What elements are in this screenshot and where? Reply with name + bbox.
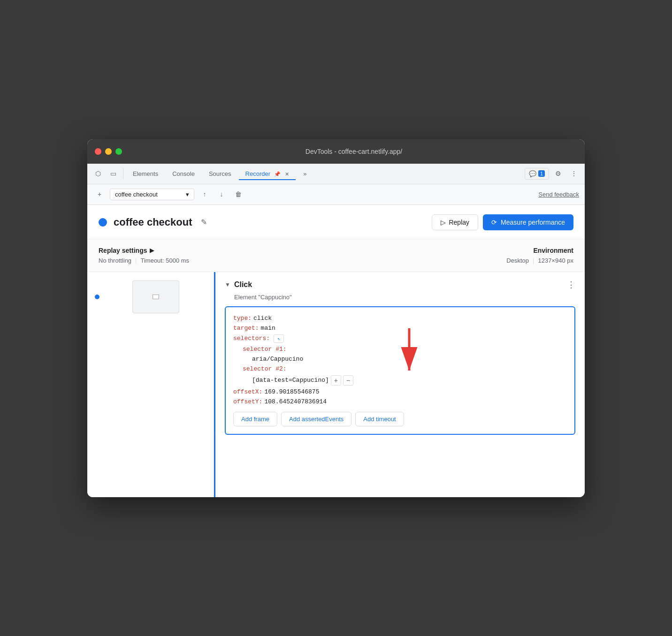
add-frame-button[interactable]: Add frame	[233, 412, 277, 426]
tab-recorder[interactable]: Recorder 📌 ✕	[239, 167, 296, 180]
code-line-selector2-val: [data-test=Cappucino] + −	[252, 375, 567, 386]
export-button[interactable]: ↑	[198, 188, 211, 201]
step-more-button[interactable]: ⋮	[567, 280, 575, 290]
code-line-offsetX: offsetX: 169.90185546875	[233, 388, 567, 395]
chat-icon: 💬	[529, 170, 536, 177]
more-icon[interactable]: ⋮	[567, 167, 581, 181]
step-element-label: Element "Cappucino"	[225, 294, 575, 301]
tab-sources[interactable]: Sources	[202, 167, 238, 180]
remove-selector-button[interactable]: −	[343, 375, 353, 386]
settings-icon[interactable]: ⚙	[551, 167, 565, 181]
replay-button[interactable]: ▷ Replay	[432, 214, 478, 230]
env-desktop: Desktop	[506, 257, 529, 264]
code-val-target: main	[261, 325, 275, 332]
recording-selector[interactable]: coffee checkout ▾	[110, 189, 194, 200]
steps-sidebar	[87, 272, 214, 497]
devtools-window: DevTools - coffee-cart.netlify.app/ ⬡ ▭ …	[87, 139, 585, 497]
tab-console[interactable]: Console	[166, 167, 201, 180]
window-title: DevTools - coffee-cart.netlify.app/	[130, 148, 577, 155]
code-key-offsetX: offsetX:	[233, 388, 262, 395]
code-line-offsetY: offsetY: 108.6452407836914	[233, 398, 567, 405]
minimize-button[interactable]	[105, 148, 112, 155]
environment-group: Environment Desktop | 1237×940 px	[506, 247, 573, 264]
step-thumbnail	[132, 280, 179, 313]
step-header: ▼ Click ⋮	[225, 280, 575, 290]
replay-settings-label[interactable]: Replay settings ▶	[99, 247, 189, 254]
code-key-selector1: selector #1:	[243, 346, 287, 353]
env-resolution: 1237×940 px	[538, 257, 573, 264]
tab-divider	[123, 168, 123, 179]
add-timeout-button[interactable]: Add timeout	[355, 412, 404, 426]
code-line-type: type: click	[233, 315, 567, 322]
cursor-icon[interactable]: ⬡	[91, 167, 105, 181]
code-line-selector1: selector #1:	[243, 346, 567, 353]
recording-header: coffee checkout ✎ ▷ Replay ⟳ Measure per…	[87, 205, 585, 239]
recording-title: coffee checkout	[114, 216, 192, 228]
delete-button[interactable]: 🗑	[232, 188, 245, 201]
tab-elements[interactable]: Elements	[126, 167, 165, 180]
environment-values: Desktop | 1237×940 px	[506, 257, 573, 264]
replay-settings-group: Replay settings ▶ No throttling | Timeou…	[99, 247, 189, 264]
step-indicator	[95, 295, 99, 299]
code-line-selector2: selector #2:	[243, 365, 567, 372]
env-separator: |	[533, 257, 534, 264]
device-icon[interactable]: ▭	[106, 167, 120, 181]
code-key-selector2: selector #2:	[243, 365, 287, 372]
tab-right-buttons: 💬 1 ⚙ ⋮	[525, 167, 581, 181]
edit-icon[interactable]: ✎	[201, 218, 207, 227]
titlebar: DevTools - coffee-cart.netlify.app/	[87, 139, 585, 164]
code-val-type: click	[253, 315, 272, 322]
badge-count: 1	[538, 170, 545, 177]
sidebar-step-item	[87, 276, 214, 318]
environment-label: Environment	[506, 247, 573, 254]
header-actions: ▷ Replay ⟳ Measure performance	[432, 214, 573, 230]
step-type-label: Click	[234, 280, 252, 289]
settings-section: Replay settings ▶ No throttling | Timeou…	[87, 239, 585, 272]
step-collapse-icon[interactable]: ▼	[225, 281, 230, 288]
tab-close-icon[interactable]: ✕	[285, 171, 289, 177]
add-selector-button[interactable]: +	[331, 375, 341, 386]
measure-icon: ⟳	[491, 219, 497, 226]
code-line-selector1-val: aria/Cappucino	[252, 356, 567, 363]
code-key-target: target:	[233, 325, 259, 332]
tack-icon: 📌	[274, 171, 281, 177]
code-val-offsetX: 169.90185546875	[264, 388, 319, 395]
code-val-selector1: aria/Cappucino	[252, 356, 303, 363]
tab-more[interactable]: »	[297, 167, 313, 180]
settings-arrow-icon: ▶	[150, 247, 154, 254]
step-code-block: type: click target: main selectors: ↖ se…	[225, 306, 575, 435]
code-line-selectors: selectors: ↖	[233, 334, 567, 343]
step-thumbnail-inner	[153, 295, 159, 299]
throttling-value: No throttling	[99, 257, 131, 264]
tabbar: ⬡ ▭ Elements Console Sources Recorder 📌 …	[87, 164, 585, 184]
code-val-selector2: [data-test=Cappucino]	[252, 377, 329, 384]
recording-selector-name: coffee checkout	[115, 191, 158, 198]
code-key-selectors: selectors:	[233, 335, 270, 342]
settings-separator: |	[135, 257, 137, 264]
dropdown-icon: ▾	[186, 191, 189, 198]
code-val-offsetY: 108.6452407836914	[264, 398, 327, 405]
timeout-value: Timeout: 5000 ms	[140, 257, 189, 264]
code-footer-buttons: Add frame Add assertedEvents Add timeout	[233, 412, 567, 426]
toolbar: + coffee checkout ▾ ↑ ↓ 🗑 Send feedback	[87, 184, 585, 205]
steps-area: ▼ Click ⋮ Element "Cappucino" type: clic…	[87, 272, 585, 497]
add-asserted-events-button[interactable]: Add assertedEvents	[281, 412, 351, 426]
send-feedback-link[interactable]: Send feedback	[538, 191, 579, 198]
recording-dot	[99, 218, 107, 227]
code-key-type: type:	[233, 315, 252, 322]
selector-cursor-icon[interactable]: ↖	[274, 334, 284, 343]
play-icon: ▷	[441, 219, 446, 226]
maximize-button[interactable]	[115, 148, 122, 155]
import-button[interactable]: ↓	[215, 188, 228, 201]
measure-performance-button[interactable]: ⟳ Measure performance	[483, 214, 573, 230]
main-content: coffee checkout ✎ ▷ Replay ⟳ Measure per…	[87, 205, 585, 497]
settings-values: No throttling | Timeout: 5000 ms	[99, 257, 189, 264]
traffic-lights	[95, 148, 122, 155]
code-line-target: target: main	[233, 325, 567, 332]
close-button[interactable]	[95, 148, 101, 155]
code-key-offsetY: offsetY:	[233, 398, 262, 405]
step-detail: ▼ Click ⋮ Element "Cappucino" type: clic…	[215, 272, 585, 497]
chat-badge-button[interactable]: 💬 1	[525, 168, 549, 180]
add-recording-button[interactable]: +	[93, 188, 106, 201]
